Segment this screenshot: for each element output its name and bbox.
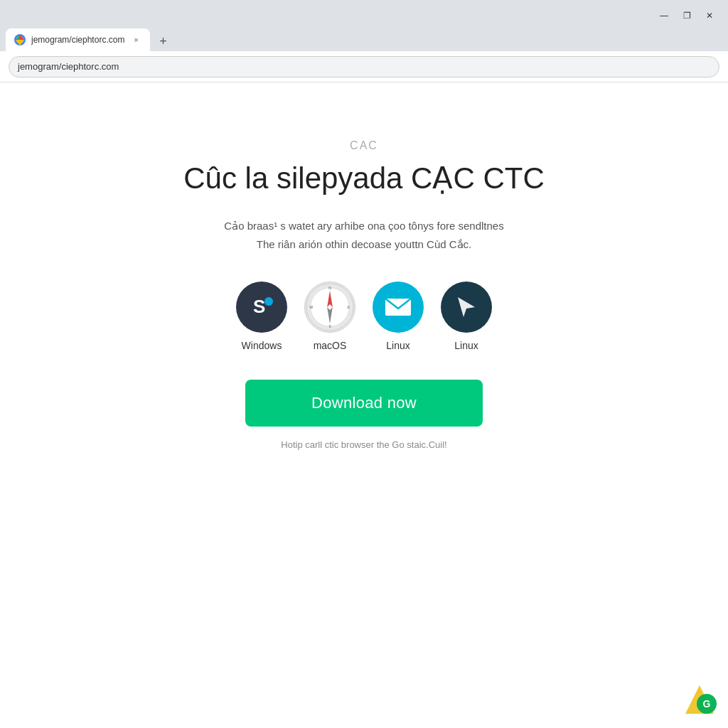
- url-text: jemogram/ciephtorc.com: [18, 61, 119, 72]
- svg-text:G: G: [703, 698, 711, 710]
- description-line1: Cảo braas¹ s watet ary arhibe ona çoo tô…: [224, 220, 503, 232]
- tab-title: jemogram/ciephtorc.com: [31, 35, 124, 45]
- linux2-icon: [441, 282, 492, 333]
- platform-item-macos[interactable]: N E S W macOS: [304, 282, 355, 351]
- browser-tab[interactable]: jemogram/ciephtorc.com ×: [6, 28, 150, 51]
- main-title: Cûc la silepyada CẠC CTC: [183, 161, 545, 196]
- description-line2: The riân arión othin decoase youttn Cùd …: [257, 238, 472, 250]
- browser-chrome: — ❐ ✕ jemogram/ciephtorc.com × + jemogra…: [0, 0, 728, 82]
- subtitle-label: CAC: [350, 139, 378, 152]
- maximize-button[interactable]: ❐: [677, 8, 697, 23]
- svg-point-4: [264, 297, 273, 306]
- platform-item-linux1[interactable]: Linux: [373, 282, 424, 351]
- windows-label: Windows: [242, 340, 282, 351]
- platform-item-linux2[interactable]: Linux: [441, 282, 492, 351]
- bottom-logo: G: [682, 682, 717, 717]
- macos-label: macOS: [314, 340, 347, 351]
- download-button[interactable]: Download now: [245, 380, 483, 427]
- windows-icon: S: [236, 282, 287, 333]
- minimize-button[interactable]: —: [654, 8, 674, 23]
- linux1-icon: [373, 282, 424, 333]
- tab-bar: jemogram/ciephtorc.com × +: [0, 26, 728, 51]
- tab-close-icon[interactable]: ×: [130, 34, 141, 46]
- window-controls: — ❐ ✕: [654, 8, 719, 23]
- close-button[interactable]: ✕: [700, 8, 719, 23]
- description: Cảo braas¹ s watet ary arhibe ona çoo tô…: [224, 217, 503, 253]
- helper-text: Hotip carll ctic browser the Go staic.Cu…: [281, 439, 446, 450]
- platform-item-windows[interactable]: S Windows: [236, 282, 287, 351]
- tab-favicon-icon: [14, 34, 26, 46]
- linux2-label: Linux: [454, 340, 478, 351]
- linux1-label: Linux: [386, 340, 410, 351]
- new-tab-button[interactable]: +: [153, 31, 173, 51]
- svg-text:W: W: [309, 306, 313, 309]
- title-bar: — ❐ ✕: [0, 0, 728, 26]
- nav-bar: jemogram/ciephtorc.com: [0, 51, 728, 82]
- macos-icon: N E S W: [304, 282, 355, 333]
- svg-marker-14: [458, 297, 475, 317]
- platform-icons: S Windows N E S W: [236, 282, 492, 351]
- address-bar[interactable]: jemogram/ciephtorc.com: [9, 56, 719, 77]
- svg-text:S: S: [253, 296, 265, 317]
- svg-text:N: N: [328, 287, 331, 290]
- page-content: CAC Cûc la silepyada CẠC CTC Cảo braas¹ …: [0, 82, 728, 728]
